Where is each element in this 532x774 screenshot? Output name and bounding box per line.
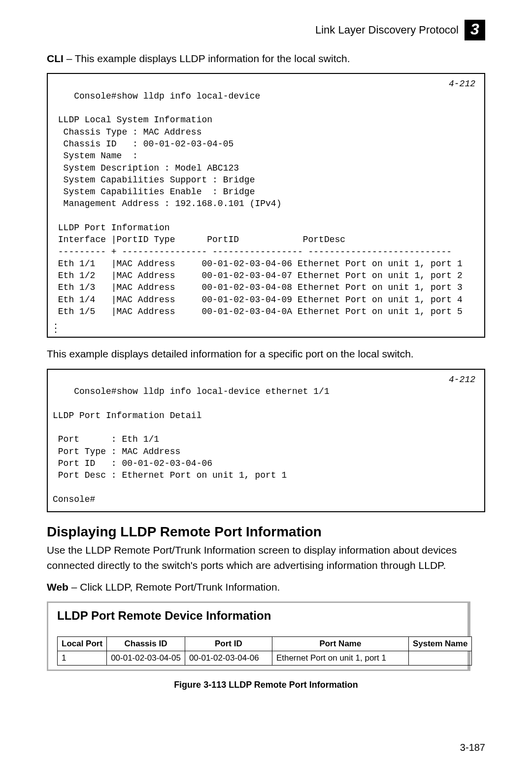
cli1-page-ref: 4-212 (449, 78, 475, 90)
cli1-l15: Eth 1/1 |MAC Address 00-01-02-03-04-06 E… (53, 259, 463, 269)
page-number: 3-187 (460, 742, 485, 753)
cell-chassis-id: 00-01-02-03-04-05 (107, 651, 185, 666)
cli-intro-1: CLI – This example displays LLDP informa… (47, 51, 485, 66)
cli2-l3: LLDP Port Information Detail (53, 411, 201, 421)
cli-output-1: 4-212Console#show lldp info local-device… (47, 73, 485, 338)
document-page: Link Layer Discovery Protocol 3 CLI – Th… (0, 0, 532, 774)
web-screenshot: LLDP Port Remote Device Information Loca… (47, 601, 470, 671)
header-title: Link Layer Discovery Protocol (315, 24, 459, 36)
section-paragraph: Use the LLDP Remote Port/Trunk Informati… (47, 543, 485, 573)
cell-local-port: 1 (58, 651, 107, 666)
cli-label: CLI (47, 53, 64, 64)
web-nav-text: – Click LLDP, Remote Port/Trunk Informat… (68, 581, 280, 593)
chapter-badge: 3 (465, 20, 485, 40)
cli2-l6: Port Type : MAC Address (53, 447, 180, 457)
cli1-l13: Interface |PortID Type PortID PortDesc (53, 235, 345, 245)
cli-intro-2: This example displays detailed informati… (47, 347, 485, 361)
cli1-l14: --------- + ---------------- -----------… (53, 247, 452, 257)
cell-port-id: 00-01-02-03-04-06 (185, 651, 272, 666)
cli2-l5: Port : Eth 1/1 (53, 434, 159, 444)
cell-port-name: Ethernet Port on unit 1, port 1 (272, 651, 408, 666)
cli2-l1: Console#show lldp info local-device ethe… (74, 387, 329, 396)
cli1-l4: Chassis Type : MAC Address (53, 127, 201, 137)
cli1-l10: Management Address : 192.168.0.101 (IPv4… (53, 199, 281, 209)
table-header-row: Local Port Chassis ID Port ID Port Name … (58, 637, 472, 651)
col-port-id: Port ID (185, 637, 272, 651)
cli2-l7: Port ID : 00-01-02-03-04-06 (53, 458, 212, 468)
cli1-l18: Eth 1/4 |MAC Address 00-01-02-03-04-09 E… (53, 295, 463, 305)
web-label: Web (47, 581, 68, 593)
cli1-l17: Eth 1/3 |MAC Address 00-01-02-03-04-08 E… (53, 282, 463, 292)
table-row: 1 00-01-02-03-04-05 00-01-02-03-04-06 Et… (58, 651, 472, 666)
ellipsis-icon: ... (54, 319, 479, 331)
cli1-l5: Chassis ID : 00-01-02-03-04-05 (53, 139, 233, 149)
remote-device-table: Local Port Chassis ID Port ID Port Name … (57, 636, 472, 666)
cli1-l19: Eth 1/5 |MAC Address 00-01-02-03-04-0A E… (53, 307, 463, 317)
col-chassis-id: Chassis ID (107, 637, 185, 651)
col-local-port: Local Port (58, 637, 107, 651)
col-system-name: System Name (408, 637, 472, 651)
cli1-l12: LLDP Port Information (53, 223, 170, 233)
cli1-l1: Console#show lldp info local-device (74, 91, 260, 101)
page-header: Link Layer Discovery Protocol 3 (47, 20, 485, 40)
cli1-l6: System Name : (53, 151, 138, 161)
cli2-l10: Console# (53, 494, 95, 504)
cli1-l7: System Description : Model ABC123 (53, 163, 239, 173)
section-heading: Displaying LLDP Remote Port Information (47, 524, 485, 540)
cli-intro-text: – This example displays LLDP information… (64, 53, 350, 64)
cli2-page-ref: 4-212 (449, 374, 475, 386)
web-panel-title: LLDP Port Remote Device Information (57, 609, 459, 623)
cli1-l8: System Capabilities Support : Bridge (53, 175, 255, 185)
web-nav-instruction: Web – Click LLDP, Remote Port/Trunk Info… (47, 580, 485, 595)
cli1-l3: LLDP Local System Information (53, 115, 212, 125)
cli1-l9: System Capabilities Enable : Bridge (53, 187, 255, 197)
figure-caption: Figure 3-113 LLDP Remote Port Informatio… (47, 680, 485, 690)
cli2-l8: Port Desc : Ethernet Port on unit 1, por… (53, 470, 287, 480)
cell-system-name (408, 651, 472, 666)
cli1-l16: Eth 1/2 |MAC Address 00-01-02-03-04-07 E… (53, 271, 463, 281)
col-port-name: Port Name (272, 637, 408, 651)
cli-output-2: 4-212Console#show lldp info local-device… (47, 369, 485, 512)
